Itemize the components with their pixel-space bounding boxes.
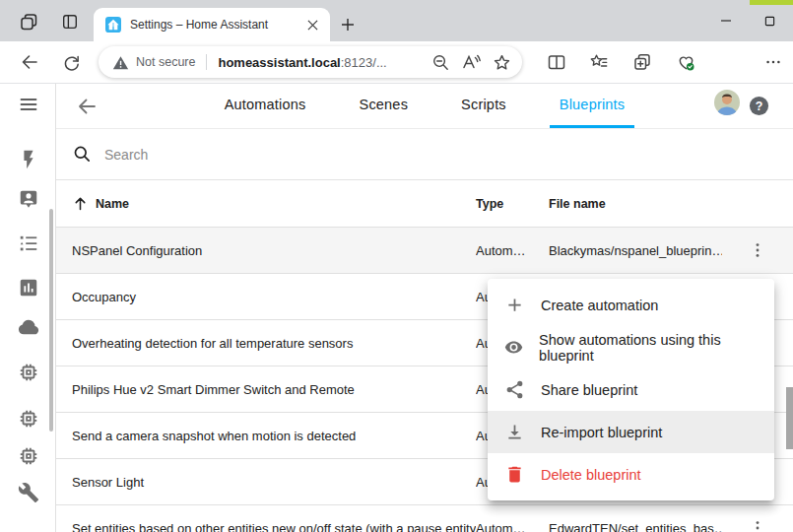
sort-ascending-icon — [72, 195, 89, 212]
browser-window: Settings – Home Assistant — [0, 0, 793, 532]
address-bar[interactable]: Not secure homeassistant.local:8123/... — [99, 46, 522, 78]
tab-scripts[interactable]: Scripts — [451, 84, 516, 128]
search-row — [56, 129, 793, 180]
column-header-type[interactable]: Type — [476, 197, 549, 211]
tab-automations[interactable]: Automations — [215, 84, 316, 128]
workspaces-icon[interactable] — [14, 8, 43, 35]
row-menu-button[interactable] — [746, 238, 769, 262]
sidebar-menu-icon[interactable] — [17, 93, 40, 116]
back-icon[interactable] — [14, 46, 45, 78]
url-text: homeassistant.local:8123/... — [218, 55, 386, 70]
ha-header: Automations Scenes Scripts Blueprints ? — [56, 84, 793, 129]
tab-blueprints[interactable]: Blueprints — [550, 84, 634, 128]
profile-avatar[interactable] — [714, 90, 740, 115]
maximize-button[interactable] — [754, 8, 785, 33]
read-aloud-icon[interactable] — [460, 51, 482, 73]
security-label: Not secure — [136, 55, 195, 69]
url-path: :8123/... — [341, 55, 387, 70]
collections-icon[interactable] — [627, 46, 658, 78]
wrench-icon[interactable] — [17, 481, 40, 504]
row-menu-button[interactable] — [746, 516, 769, 532]
svg-text:?: ? — [756, 100, 763, 113]
table-row[interactable]: NSPanel Configuration Autom… Blackymas/n… — [56, 228, 793, 274]
column-header-file[interactable]: File name — [549, 197, 722, 211]
eye-icon — [504, 337, 523, 358]
tab-strip: Settings – Home Assistant — [0, 0, 793, 41]
background-window-strip — [750, 0, 793, 5]
blueprint-context-menu: Create automation Show automations using… — [488, 279, 774, 500]
split-screen-icon[interactable] — [541, 46, 572, 78]
help-icon[interactable]: ? — [749, 96, 769, 116]
ha-sidebar — [0, 84, 56, 532]
share-icon — [504, 379, 525, 400]
menu-item-create-automation[interactable]: Create automation — [488, 284, 774, 326]
url-host: homeassistant.local — [218, 55, 340, 70]
refresh-icon[interactable] — [55, 46, 87, 78]
favorite-star-icon[interactable] — [491, 51, 512, 73]
chart-box-icon[interactable] — [17, 276, 40, 299]
plus-icon — [504, 295, 525, 315]
menu-item-show-automations[interactable]: Show automations using this blueprint — [488, 326, 774, 368]
tab-scenes[interactable]: Scenes — [350, 84, 419, 128]
chip-icon[interactable] — [17, 407, 40, 431]
divider — [206, 54, 207, 70]
flash-icon[interactable] — [17, 148, 40, 171]
browser-essentials-icon[interactable] — [670, 46, 701, 78]
chip-icon[interactable] — [17, 444, 40, 468]
search-icon — [73, 145, 92, 164]
table-row[interactable]: Set entities based on other entities new… — [56, 505, 793, 532]
warning-icon — [112, 54, 129, 71]
table-header: Name Type File name — [56, 180, 793, 228]
menu-item-reimport-blueprint[interactable]: Re-import blueprint — [488, 411, 774, 453]
column-header-name[interactable]: Name — [56, 195, 476, 212]
tab-actions-icon[interactable] — [55, 8, 85, 35]
home-assistant-favicon — [105, 17, 121, 33]
browser-toolbar: Not secure homeassistant.local:8123/... — [0, 41, 793, 84]
search-input[interactable] — [104, 147, 498, 163]
more-menu-icon[interactable] — [758, 46, 789, 78]
tab-title: Settings – Home Assistant — [130, 18, 303, 32]
person-badge-icon[interactable] — [17, 187, 40, 211]
page-scrollbar[interactable] — [786, 387, 793, 449]
browser-tab[interactable]: Settings – Home Assistant — [94, 8, 330, 41]
menu-item-share-blueprint[interactable]: Share blueprint — [488, 368, 774, 411]
favorites-icon[interactable] — [583, 46, 615, 78]
tab-close-icon[interactable] — [303, 16, 321, 33]
ha-back-icon[interactable] — [75, 95, 99, 118]
security-chip[interactable]: Not secure — [112, 54, 195, 71]
cloud-icon[interactable] — [17, 315, 40, 339]
new-tab-button[interactable] — [336, 13, 360, 36]
ha-tab-bar: Automations Scenes Scripts Blueprints — [215, 84, 635, 128]
minimize-button[interactable] — [710, 8, 742, 33]
zoom-out-icon[interactable] — [430, 51, 451, 73]
sidebar-scrollbar[interactable] — [49, 209, 53, 432]
todo-list-icon[interactable] — [17, 232, 40, 255]
menu-item-delete-blueprint[interactable]: Delete blueprint — [488, 453, 774, 496]
chip-icon[interactable] — [17, 361, 40, 384]
download-icon — [504, 422, 525, 442]
trash-icon — [504, 464, 525, 485]
